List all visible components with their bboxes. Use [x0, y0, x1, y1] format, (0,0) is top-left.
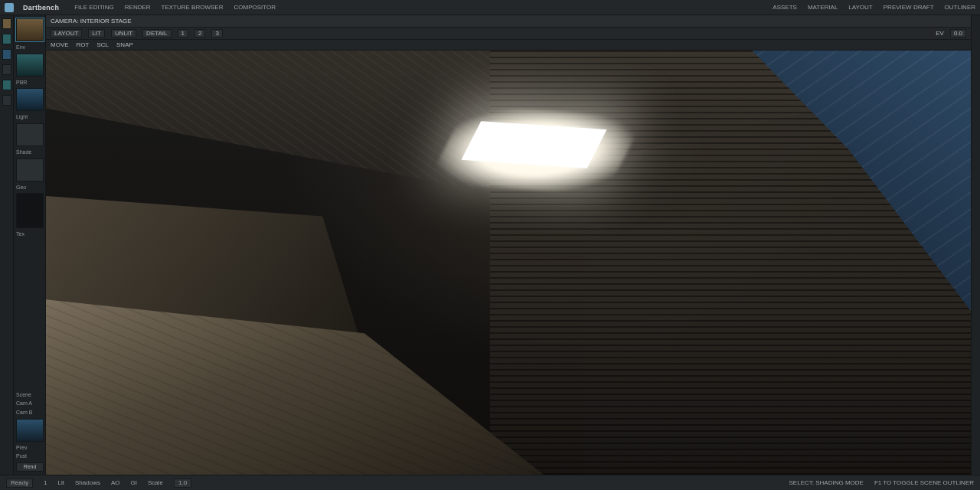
tool-layout[interactable]: LAYOUT	[51, 29, 82, 38]
status-scale-label: Scale	[148, 479, 163, 486]
status-item-lit[interactable]: Lit	[58, 479, 64, 486]
tool-n3[interactable]: 3	[211, 29, 222, 38]
sec-rot[interactable]: ROT	[77, 41, 90, 48]
sec-scl[interactable]: SCL	[96, 41, 109, 48]
menubar-left-group: FILE EDITING RENDER TEXTURE BROWSER COMP…	[74, 4, 276, 11]
sec-snap[interactable]: SNAP	[116, 41, 133, 48]
statusbar-right: SELECT: SHADING MODE F1 TO TOGGLE SCENE …	[789, 479, 974, 486]
bottom-label-prev: Prev	[16, 445, 44, 451]
rail-swatch-6[interactable]	[2, 95, 11, 106]
thumb-env[interactable]	[16, 18, 44, 41]
menu-item-texture[interactable]: TEXTURE BROWSER	[162, 4, 224, 11]
menubar: Dartbench FILE EDITING RENDER TEXTURE BR…	[0, 0, 980, 15]
tool-lit[interactable]: LIT	[88, 29, 105, 38]
rail-swatch-4[interactable]	[2, 64, 11, 75]
status-item-shadows[interactable]: Shadows	[75, 479, 100, 486]
viewport-secondary-toolbar: MOVE ROT SCL SNAP	[46, 40, 971, 51]
viewport-column: CAMERA: INTERIOR STAGE LAYOUT LIT UNLIT …	[46, 15, 971, 475]
menu-item-render[interactable]: RENDER	[125, 4, 151, 11]
status-item-ao[interactable]: AO	[111, 479, 120, 486]
exposure-label: EV	[936, 30, 944, 37]
right-sliver[interactable]	[971, 15, 980, 475]
status-scale-value[interactable]: 1.0	[174, 479, 191, 488]
app-name: Dartbench	[23, 4, 59, 11]
left-panel: Env PBR Light Shade Geo Tex Scene Cam A …	[14, 15, 46, 475]
sec-move[interactable]: MOVE	[51, 41, 69, 48]
bottom-label-post: Post	[16, 453, 44, 459]
thumb-label-geo: Geo	[16, 185, 44, 191]
thumb-label-tex: Tex	[16, 231, 44, 237]
menu-item-outliner[interactable]: OUTLINER	[945, 4, 975, 11]
thumb-light[interactable]	[16, 88, 44, 111]
tool-n2[interactable]: 2	[194, 29, 205, 38]
tool-detail[interactable]: DETAIL	[142, 29, 171, 38]
rail-swatch-3[interactable]	[2, 49, 11, 60]
thumb-label-pbr: PBR	[16, 80, 44, 86]
tool-unlit[interactable]: UNLIT	[111, 29, 136, 38]
tool-rail	[0, 15, 14, 475]
status-cursor: 1	[44, 479, 47, 486]
app-logo-icon	[5, 3, 14, 12]
thumb-pbr[interactable]	[16, 54, 44, 77]
app-body: Env PBR Light Shade Geo Tex Scene Cam A …	[0, 15, 980, 475]
menu-item-assets[interactable]: ASSETS	[773, 4, 797, 11]
status-item-gi[interactable]: GI	[131, 479, 137, 486]
bottom-label-scene: Scene	[16, 392, 44, 398]
status-ready: Ready	[6, 479, 33, 488]
thumb-tex[interactable]	[16, 193, 44, 228]
viewport-toolbar: LAYOUT LIT UNLIT DETAIL 1 2 3 EV 0.0	[46, 28, 971, 40]
exposure-value[interactable]: 0.0	[950, 29, 966, 38]
menu-item-file[interactable]: FILE EDITING	[74, 4, 114, 11]
thumb-label-env: Env	[16, 44, 44, 51]
thumb-shade[interactable]	[16, 123, 44, 146]
menu-item-material[interactable]: MATERIAL	[808, 4, 838, 11]
viewport-header: CAMERA: INTERIOR STAGE	[46, 15, 971, 28]
thumb-geo[interactable]	[16, 158, 44, 181]
status-right-hint: F1 TO TOGGLE SCENE OUTLINER	[874, 479, 974, 486]
rail-swatch-2[interactable]	[2, 34, 11, 44]
status-center-hint: SELECT: SHADING MODE	[789, 479, 864, 486]
thumb-label-shade: Shade	[16, 149, 44, 155]
thumb-preview[interactable]	[16, 419, 44, 442]
bottom-label-cama: Cam A	[16, 400, 44, 407]
menu-item-preview[interactable]: PREVIEW DRAFT	[884, 4, 934, 11]
tool-n1[interactable]: 1	[178, 29, 188, 38]
menubar-right-group: ASSETS MATERIAL LAYOUT PREVIEW DRAFT OUT…	[773, 4, 975, 11]
menu-item-composite[interactable]: COMPOSITOR	[234, 4, 276, 11]
rail-swatch-5[interactable]	[2, 80, 11, 90]
viewport-title: CAMERA: INTERIOR STAGE	[51, 18, 132, 24]
viewport-render[interactable]	[46, 51, 971, 475]
rail-swatch-1[interactable]	[2, 18, 11, 29]
scene-light-core	[461, 121, 606, 168]
statusbar: Ready 1 Lit Shadows AO GI Scale 1.0 SELE…	[0, 475, 980, 490]
bottom-label-camb: Cam B	[16, 410, 44, 416]
thumb-label-light: Light	[16, 114, 44, 120]
menu-item-layout[interactable]: LAYOUT	[848, 4, 872, 11]
render-pill[interactable]: Rend	[16, 462, 44, 472]
